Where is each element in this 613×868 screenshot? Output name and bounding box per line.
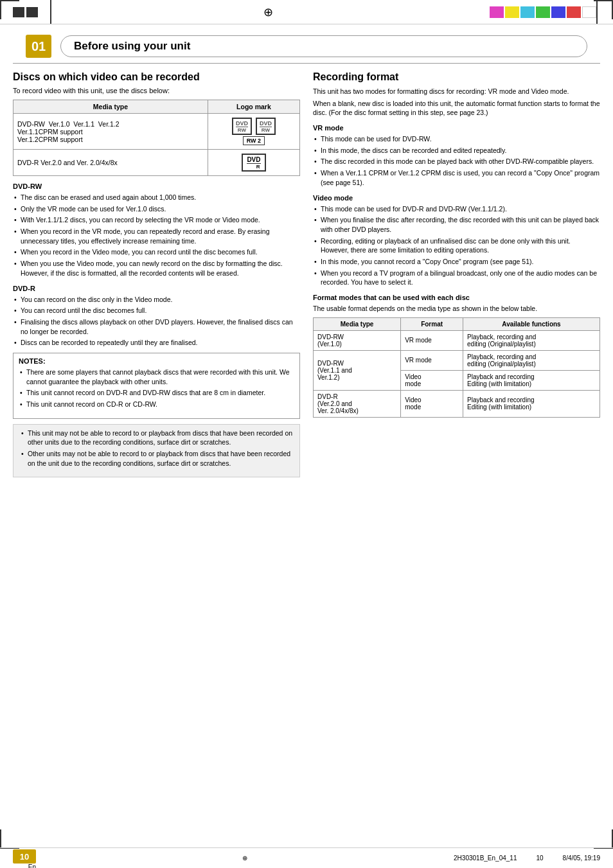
top-bar-right [484,0,613,24]
format-table-row4-media: DVD-R(Ver.2.0 andVer. 2.0/4x/8x) [314,390,401,417]
disc-table-header-logo: Logo mark [208,100,299,114]
left-section-title: Discs on which video can be recorded [13,71,300,83]
list-item: Recording, editing or playback of an unf… [313,236,600,255]
table-row: DVD-R(Ver.2.0 andVer. 2.0/4x/8x) Videomo… [314,390,600,417]
recording-format-para1: This unit has two modes for formatting d… [313,87,600,96]
disc-table-row2-logo: DVD R [208,150,299,176]
format-table-row4-functions: Playback and recordingEditing (with limi… [463,390,600,417]
video-mode-bullets: This mode can be used for DVD-R and DVD-… [313,204,600,288]
format-modes-title: Format modes that can be used with each … [313,294,600,301]
list-item: When you record a TV program of a biling… [313,269,600,287]
list-item: When you use the Video mode, you can new… [13,259,300,278]
list-item: This unit cannot record on CD-R or CD-RW… [19,400,294,409]
dvd-r-bullets: You can record on the disc only in the V… [13,295,300,348]
table-row: DVD-RW(Ver.1.0) VR mode Playback, record… [314,330,600,350]
shaded-notes-box: This unit may not be able to record to o… [13,424,300,478]
notes-title: NOTES: [19,357,294,365]
dvd-r-title: DVD-R [13,285,300,292]
dvd-rw-bullets: The disc can be erased and used again ab… [13,193,300,278]
list-item: There are some players that cannot playb… [19,368,294,386]
list-item: This mode can be used for DVD-R and DVD-… [313,204,600,214]
color-block-green [536,6,550,18]
right-section-title: Recording format [313,71,600,83]
top-bar: ⊕ [0,0,613,24]
color-block-cyan [520,6,535,18]
table-row: DVD-RW Ver.1.0 Ver.1.1 Ver.1.2 Ver.1.1CP… [13,114,300,150]
disc-table-row1-media: DVD-RW Ver.1.0 Ver.1.1 Ver.1.2 Ver.1.1CP… [13,114,208,150]
color-blocks [490,6,596,18]
list-item: This mode can be used for DVD-RW. [313,134,600,144]
vr-mode-title: VR mode [313,124,600,132]
page-number-badge: 10 [13,849,36,864]
recording-format-para2: When a blank, new disc is loaded into th… [313,99,600,118]
list-item: Other units may not be able to record to… [20,449,293,468]
format-table-row2-functions: Playback, recording andediting (Original… [463,350,600,370]
list-item: This unit cannot record on DVD-R and DVD… [19,388,294,398]
table-row: DVD-R Ver.2.0 and Ver. 2.0/4x/8x DVD R [13,150,300,176]
circle-icon: ⊕ [263,5,273,19]
corner-bl [0,829,19,849]
vr-mode-bullets: This mode can be used for DVD-RW. In thi… [313,134,600,187]
format-table-header-functions: Available functions [463,317,600,330]
notes-box: NOTES: There are some players that canno… [13,353,300,419]
list-item: The disc can be erased and used again ab… [13,193,300,202]
color-block-white [582,6,596,18]
right-column: Recording format This unit has two modes… [313,71,600,477]
list-item: In this mode, the discs can be recorded … [313,146,600,155]
format-table-row3-functions: Playback and recordingEditing (with limi… [463,370,600,390]
format-table-row1-functions: Playback, recording andediting (Original… [463,330,600,350]
main-content: Discs on which video can be recorded To … [0,64,613,485]
chapter-number: 01 [31,39,46,54]
page: ⊕ 01 Before using your unit Dis [0,0,613,868]
footer-doc-id: 2H30301B_En_04_11 [454,855,517,862]
dvd-rw-title: DVD-RW [13,182,300,190]
disc-table: Media type Logo mark DVD-RW Ver.1.0 Ver.… [13,100,300,176]
disc-table-header-media: Media type [13,100,208,114]
format-table-row1-media: DVD-RW(Ver.1.0) [314,330,401,350]
format-table-row2-media: DVD-RW(Ver.1.1 andVer.1.2) [314,350,401,390]
format-table-header-media: Media type [314,317,401,330]
format-table-row3-format: Videomode [401,370,463,390]
video-mode-title: Video mode [313,194,600,202]
corner-br [594,829,613,849]
chapter-badge: 01 [26,35,51,58]
color-block-red [567,6,581,18]
list-item: You can record until the disc becomes fu… [13,306,300,315]
bottom-bar: 10 En ⊕ 2H30301B_En_04_11 10 8/4/05, 19:… [0,847,613,868]
format-modes-intro: The usable format depends on the media t… [313,304,600,314]
format-table-header-format: Format [401,317,463,330]
chapter-title-container: Before using your unit [60,35,587,57]
disc-table-row1-logo: DVD RW DVD RW RW 2 [208,114,299,150]
chapter-title: Before using your unit [74,40,190,52]
black-rect-1 [13,7,24,17]
color-block-magenta [490,6,504,18]
left-section-intro: To record video with this unit, use the … [13,87,300,94]
top-bar-right-border [596,0,608,24]
chapter-header: 01 Before using your unit [13,30,600,64]
list-item: This unit may not be able to record to o… [20,429,293,447]
disc-table-row2-media: DVD-R Ver.2.0 and Ver. 2.0/4x/8x [13,150,208,176]
format-modes-table: Media type Format Available functions DV… [313,317,600,418]
bottom-center-symbol: ⊕ [36,855,454,862]
list-item: Finalising the discs allows playback on … [13,317,300,336]
color-block-blue [551,6,565,18]
list-item: With Ver.1.1/1.2 discs, you can record b… [13,215,300,225]
list-item: You can record on the disc only in the V… [13,295,300,305]
black-rect-2 [26,7,38,17]
format-table-row2-format: VR mode [401,350,463,370]
footer-page: 10 [536,855,543,862]
list-item: When you record in the Video mode, you c… [13,247,300,257]
list-item: When you finalise the disc after recordi… [313,215,600,234]
language-label: En [28,864,36,868]
left-column: Discs on which video can be recorded To … [13,71,300,477]
top-bar-center-symbol: ⊕ [51,0,484,24]
shaded-bullets: This unit may not be able to record to o… [20,429,293,468]
color-block-yellow [505,6,519,18]
page-number: 10 [20,852,29,862]
table-row: DVD-RW(Ver.1.1 andVer.1.2) VR mode Playb… [314,350,600,370]
list-item: Discs can be recorded to repeatedly unti… [13,338,300,348]
format-table-row1-format: VR mode [401,330,463,350]
list-item: Only the VR mode can be used for Ver.1.0… [13,204,300,214]
list-item: When you record in the VR mode, you can … [13,227,300,245]
format-table-row4-format: Videomode [401,390,463,417]
